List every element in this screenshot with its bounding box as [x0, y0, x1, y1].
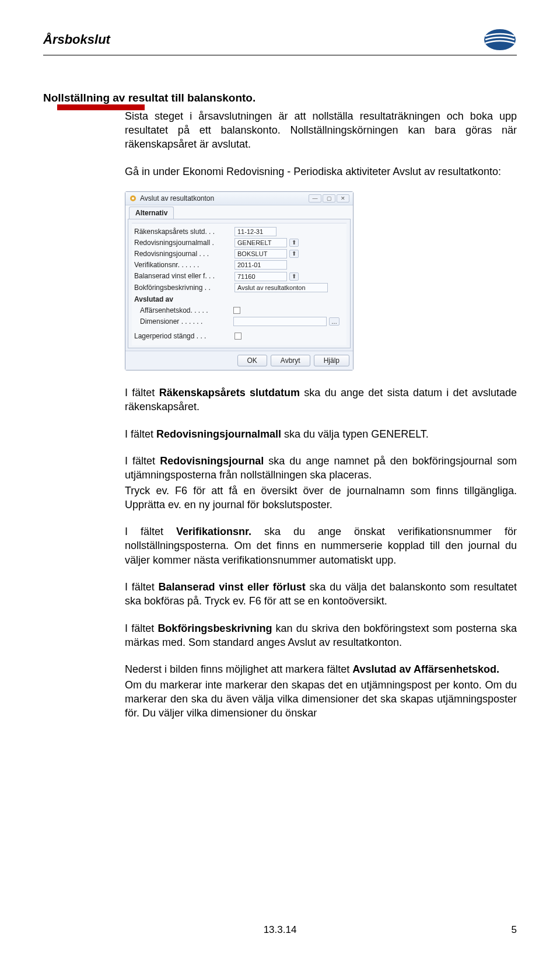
paragraph: Tryck ev. F6 för att få en översikt över… — [125, 484, 517, 512]
field-label: Affärsenhetskod. . . . . — [140, 306, 231, 315]
field-label: Lagerperiod stängd . . . — [134, 331, 232, 341]
text-input[interactable]: GENERELT — [235, 238, 287, 247]
text-input[interactable]: 71160 — [235, 272, 287, 281]
dialog-titlebar: Avslut av resultatkonton — ▢ ✕ — [125, 192, 353, 205]
date-input[interactable]: 11-12-31 — [235, 227, 276, 236]
paragraph: Om du markerar inte markerar den skapas … — [125, 678, 517, 721]
dialog-title: Avslut av resultatkonton — [140, 194, 214, 203]
text-input[interactable]: Avslut av resultatkonton — [235, 283, 328, 292]
minimize-button[interactable]: — — [309, 194, 321, 202]
tab-alternativ[interactable]: Alternativ — [129, 207, 174, 219]
field-label: Redovisningsjournal . . . — [134, 249, 232, 258]
text-input[interactable]: 2011-01 — [235, 260, 287, 270]
group-heading: Avslutad av — [133, 293, 345, 305]
svg-point-0 — [484, 29, 516, 50]
field-label: Dimensioner . . . . . . — [140, 317, 231, 326]
cancel-button[interactable]: Avbryt — [271, 355, 310, 366]
paragraph: Nederst i bilden finns möjlighet att mar… — [125, 662, 517, 676]
paragraph: I fältet Balanserad vinst eller förlust … — [125, 580, 517, 609]
field-label: Bokföringsbeskrivning . . — [134, 283, 232, 292]
paragraph: I fältet Redovisningsjournal ska du ange… — [125, 454, 517, 483]
paragraph: Gå in under Ekonomi Redovisning - Period… — [125, 165, 517, 179]
paragraph: I fältet Verifikationsnr. ska du ange ön… — [125, 525, 517, 567]
lookup-icon[interactable]: ⬆ — [289, 239, 299, 247]
doc-title: Årsbokslut — [43, 31, 110, 48]
footer-date: 13.3.14 — [0, 924, 560, 937]
paragraph: I fältet Bokföringsbeskrivning kan du sk… — [125, 621, 517, 650]
dialog-window: Avslut av resultatkonton — ▢ ✕ Alternati… — [125, 191, 354, 370]
section-heading: Nollställning av resultat till balanskon… — [43, 90, 517, 106]
checkbox[interactable] — [235, 333, 242, 340]
text-input[interactable] — [233, 317, 327, 326]
field-label: Räkenskapsårets slutd. . . — [134, 227, 232, 236]
paragraph: I fältet Redovisningsjournalmall ska du … — [125, 427, 517, 441]
lookup-icon[interactable]: ⬆ — [289, 272, 299, 281]
help-button[interactable]: Hjälp — [314, 355, 349, 366]
company-logo-icon — [483, 28, 517, 51]
checkbox[interactable] — [233, 307, 240, 314]
field-label: Balanserad vinst eller f. . . — [134, 271, 232, 281]
page-number: 5 — [512, 924, 517, 937]
lookup-icon[interactable]: ⬆ — [289, 250, 299, 258]
red-accent-bar — [57, 104, 145, 110]
ellipsis-button[interactable]: … — [329, 317, 340, 326]
paragraph: Sista steget i årsavslutningen är att no… — [125, 109, 517, 152]
close-button[interactable]: ✕ — [337, 194, 349, 202]
field-label: Verifikationsnr. . . . . . — [134, 260, 232, 270]
paragraph: I fältet Räkenskapsårets slutdatum ska d… — [125, 386, 517, 414]
text-input[interactable]: BOKSLUT — [235, 249, 287, 258]
svg-point-2 — [132, 197, 134, 200]
ok-button[interactable]: OK — [237, 355, 267, 366]
maximize-button[interactable]: ▢ — [323, 194, 335, 202]
field-label: Redovisningsjournalmall . — [134, 238, 232, 247]
gear-icon — [129, 194, 137, 202]
header-rule — [43, 55, 517, 55]
